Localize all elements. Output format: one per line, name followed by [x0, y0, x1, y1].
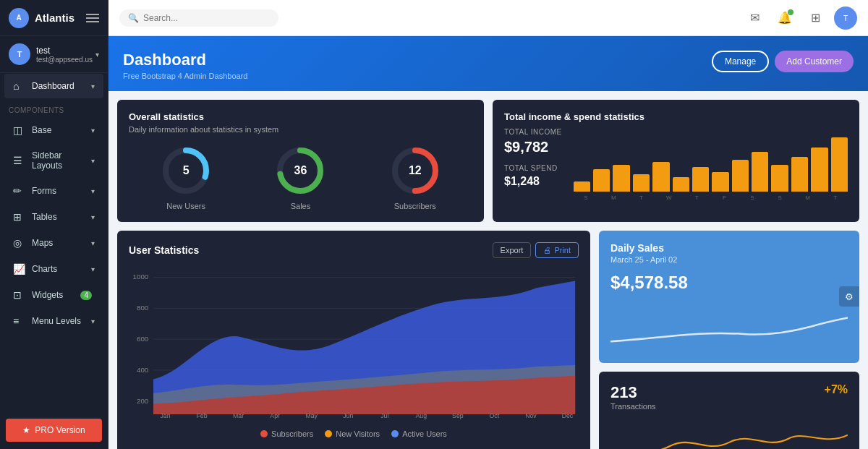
bar-day-label: M [795, 194, 820, 201]
overall-stats-title: Overall statistics [129, 111, 472, 122]
sidebar-item-base[interactable]: ◫ Base ▾ [4, 118, 103, 142]
hamburger-button[interactable] [86, 12, 99, 25]
sidebar-logo: A [9, 8, 29, 28]
total-spend-label: TOTAL SPEND [504, 164, 562, 172]
sales-stat: 36 Sales [275, 145, 326, 210]
search-icon: 🔍 [128, 13, 139, 23]
bar-item [752, 152, 768, 192]
sales-circle: 36 [275, 145, 326, 196]
bar-item [613, 165, 629, 192]
search-input[interactable] [143, 13, 270, 23]
new-visitors-legend-label: New Visitors [336, 429, 380, 438]
sales-value: 36 [294, 164, 307, 177]
sidebar-item-maps[interactable]: ◎ Maps ▾ [4, 231, 103, 255]
caret-icon: ▾ [91, 265, 95, 273]
subscribers-label: Subscribers [394, 202, 436, 210]
sidebar-item-charts[interactable]: 📈 Charts ▾ [4, 257, 103, 281]
svg-text:1000: 1000 [133, 273, 149, 281]
base-icon: ◫ [13, 124, 26, 136]
dashboard-header: Dashboard Free Bootstrap 4 Admin Dashboa… [109, 36, 868, 91]
notification-badge [788, 9, 793, 15]
sidebar-item-label: Base [32, 125, 91, 135]
bar-day-label: W [657, 194, 681, 201]
menu-levels-icon: ≡ [13, 315, 26, 327]
svg-text:Apr: Apr [270, 412, 280, 419]
legend-active-users: Active Users [391, 429, 447, 438]
user-stats-title: User Statistics [129, 244, 199, 256]
area-chart-container: 1000 800 600 400 200 [129, 267, 579, 424]
overall-stats-subtitle: Daily information about statistics in sy… [129, 125, 472, 134]
user-name: test [36, 46, 95, 56]
active-users-dot [391, 430, 399, 437]
transactions-sparkline [610, 416, 848, 450]
charts-icon: 📈 [13, 263, 26, 275]
caret-icon: ▾ [91, 157, 95, 165]
chart-legend: Subscribers New Visitors Active Users [129, 429, 579, 438]
total-income-value: $9,782 [504, 139, 562, 155]
pro-version-button[interactable]: ★ PRO Version [6, 419, 102, 442]
income-stats-title: Total income & spend statistics [504, 111, 848, 122]
caret-icon: ▾ [91, 213, 95, 221]
layers-icon-button[interactable]: ⊞ [804, 7, 827, 30]
page-title: Dashboard [123, 51, 247, 69]
print-label: Print [554, 246, 571, 255]
new-users-label: New Users [166, 202, 205, 210]
transactions-percent: +7% [825, 383, 848, 396]
sidebar-item-menu-levels[interactable]: ≡ Menu Levels ▾ [4, 309, 103, 333]
sidebar-item-sidebar-layouts[interactable]: ☰ Sidebar Layouts ▾ [4, 144, 103, 177]
bar-day-label: T [629, 194, 653, 201]
svg-text:Oct: Oct [490, 412, 500, 419]
gear-icon: ⚙ [845, 291, 854, 302]
topbar-avatar[interactable]: T [834, 7, 857, 30]
sidebar-user[interactable]: T test test@appseed.us ▾ [0, 36, 108, 73]
transactions-label: Transactions [610, 402, 656, 411]
add-customer-button[interactable]: Add Customer [775, 51, 854, 72]
area-chart-svg: 1000 800 600 400 200 [129, 267, 579, 422]
gear-button[interactable]: ⚙ [839, 286, 859, 307]
email-icon-button[interactable]: ✉ [743, 7, 766, 30]
sidebar-item-dashboard[interactable]: ⌂ Dashboard ▾ [4, 74, 103, 98]
svg-text:Feb: Feb [197, 412, 208, 419]
caret-icon: ▾ [91, 317, 95, 325]
income-values: TOTAL INCOME $9,782 TOTAL SPEND $1,248 [504, 128, 562, 197]
notification-icon-button[interactable]: 🔔 [773, 7, 796, 30]
new-users-stat: 5 New Users [161, 145, 211, 210]
widgets-badge: 4 [80, 291, 92, 300]
print-button[interactable]: 🖨 Print [535, 242, 579, 258]
sidebar-item-widgets[interactable]: ⊡ Widgets 4 [4, 283, 103, 307]
export-button[interactable]: Export [493, 242, 532, 258]
right-panel: Daily Sales March 25 - April 02 $4,578.5… [599, 231, 859, 449]
sidebar-item-forms[interactable]: ✏ Forms ▾ [4, 179, 103, 203]
sidebar-item-label: Menu Levels [32, 316, 91, 326]
user-stats-header: User Statistics Export 🖨 Print [129, 242, 579, 258]
star-icon: ★ [22, 425, 30, 435]
bar-day-label: S [574, 194, 598, 201]
caret-icon: ▾ [91, 82, 95, 90]
transactions-count: 213 [610, 383, 656, 402]
svg-text:600: 600 [137, 335, 149, 343]
svg-text:400: 400 [137, 366, 149, 374]
daily-sales-title: Daily Sales [610, 242, 848, 254]
sidebar-brand: Atlantis [35, 12, 75, 24]
svg-text:Aug: Aug [416, 412, 427, 419]
search-box[interactable]: 🔍 [119, 9, 278, 27]
daily-sales-chart [610, 304, 848, 349]
user-statistics-card: User Statistics Export 🖨 Print 1000 800 [117, 231, 590, 449]
stat-circles: 5 New Users 36 Sales [129, 145, 472, 210]
caret-icon: ▾ [91, 239, 95, 247]
sidebar-layouts-icon: ☰ [13, 155, 26, 166]
bar-item [831, 137, 848, 192]
bar-chart-container: SMTWTFSSMT [574, 128, 848, 201]
svg-text:May: May [305, 412, 318, 419]
manage-button[interactable]: Manage [712, 51, 769, 72]
sidebar-item-label: Tables [32, 212, 91, 222]
sidebar-item-tables[interactable]: ⊞ Tables ▾ [4, 205, 103, 229]
new-visitors-dot [325, 430, 332, 437]
bottom-row: User Statistics Export 🖨 Print 1000 800 [109, 231, 868, 449]
forms-icon: ✏ [13, 185, 26, 197]
daily-sales-date: March 25 - April 02 [610, 255, 848, 264]
sidebar-item-label: Charts [32, 264, 91, 274]
bar-item [771, 165, 788, 192]
svg-text:Jul: Jul [380, 412, 388, 419]
print-icon: 🖨 [543, 246, 551, 255]
